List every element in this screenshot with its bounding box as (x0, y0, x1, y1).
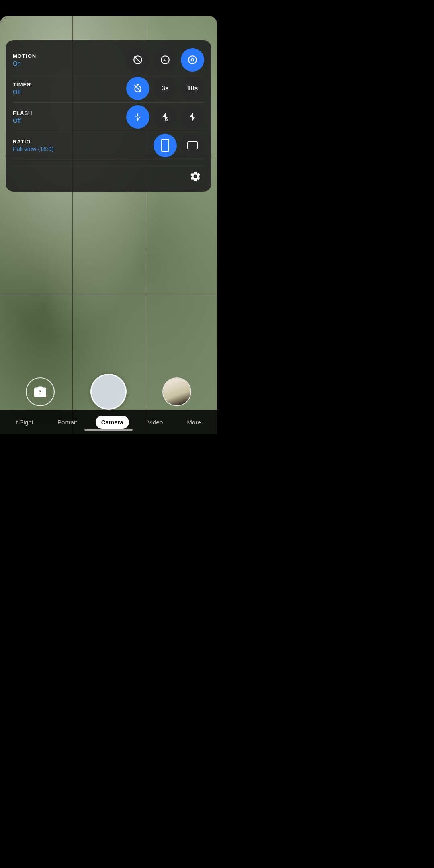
settings-panel: MOTION On A (6, 40, 211, 192)
settings-gear-button[interactable] (186, 168, 204, 185)
gear-icon (189, 170, 201, 182)
motion-off-icon (133, 55, 143, 65)
timer-value: Off (13, 88, 61, 95)
motion-setting-row: MOTION On A (13, 48, 204, 74)
gallery-thumbnail-image (163, 378, 190, 405)
tab-more[interactable]: More (182, 416, 207, 429)
flash-value: Off (13, 117, 61, 124)
svg-text:A: A (166, 119, 168, 122)
flash-label-col: FLASH Off (13, 110, 61, 124)
flash-auto-icon: A (160, 112, 170, 122)
ratio-43-button[interactable] (181, 134, 204, 157)
flash-on-button[interactable] (181, 105, 204, 129)
ratio-169-button[interactable] (154, 134, 177, 157)
flash-auto-button[interactable]: A (154, 105, 177, 129)
timer-label: TIMER (13, 82, 61, 88)
home-indicator (84, 429, 133, 431)
flash-off-button[interactable] (126, 105, 149, 129)
flash-off-icon (133, 112, 143, 122)
ratio-setting-row: RATIO Full view (16:9) (13, 134, 204, 160)
timer-off-button[interactable] (126, 77, 149, 100)
motion-options: A (126, 48, 204, 72)
ratio-value: Full view (16:9) (13, 145, 61, 152)
svg-marker-15 (189, 113, 195, 121)
svg-line-1 (134, 56, 141, 63)
svg-point-6 (192, 59, 193, 61)
tab-video[interactable]: Video (142, 416, 168, 429)
timer-3s-button[interactable]: 3s (154, 77, 177, 100)
ratio-options (154, 134, 204, 157)
ratio-tall-shape (161, 139, 169, 152)
timer-off-icon (133, 83, 143, 94)
gallery-thumbnail[interactable] (162, 377, 191, 406)
timer-label-col: TIMER Off (13, 82, 61, 95)
settings-footer (13, 164, 204, 185)
flip-camera-button[interactable] (26, 377, 55, 406)
flip-camera-icon (33, 385, 47, 399)
motion-on-button[interactable] (181, 48, 204, 72)
tab-night-sight[interactable]: t Sight (10, 416, 39, 429)
timer-setting-row: TIMER Off 3s 10s (13, 77, 204, 103)
svg-text:A: A (163, 58, 166, 62)
tab-portrait[interactable]: Portrait (52, 416, 82, 429)
tab-camera[interactable]: Camera (96, 416, 129, 429)
timer-10s-label: 10s (187, 85, 198, 92)
motion-label-col: MOTION On (13, 53, 61, 67)
ratio-label-col: RATIO Full view (16:9) (13, 139, 61, 152)
motion-value: On (13, 60, 61, 67)
timer-options: 3s 10s (126, 77, 204, 100)
motion-label: MOTION (13, 53, 61, 59)
camera-controls (0, 374, 217, 410)
flash-setting-row: FLASH Off A (13, 105, 204, 131)
motion-off-button[interactable] (126, 48, 149, 72)
shutter-button[interactable] (90, 374, 127, 410)
motion-on-icon (187, 55, 198, 65)
timer-10s-button[interactable]: 10s (181, 77, 204, 100)
ratio-label: RATIO (13, 139, 61, 145)
ratio-wide-shape (187, 141, 198, 149)
motion-auto-icon: A (160, 55, 170, 65)
flash-on-icon (187, 112, 198, 122)
flash-label: FLASH (13, 110, 61, 116)
flash-options: A (126, 105, 204, 129)
timer-3s-label: 3s (162, 85, 169, 92)
motion-auto-button[interactable]: A (154, 48, 177, 72)
